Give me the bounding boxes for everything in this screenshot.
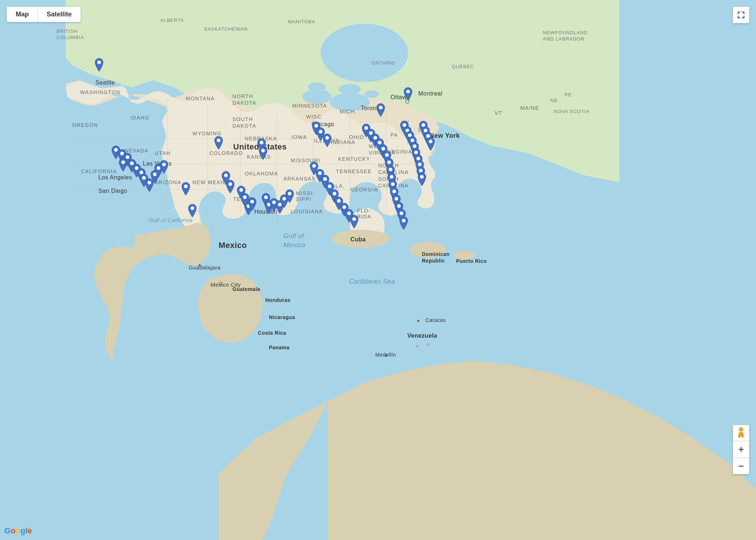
svg-point-2 xyxy=(302,89,332,104)
svg-point-20 xyxy=(427,343,430,346)
fullscreen-button[interactable] xyxy=(733,7,749,23)
svg-point-25 xyxy=(385,354,387,357)
svg-point-18 xyxy=(410,242,446,258)
pegman-icon xyxy=(736,427,746,440)
svg-point-6 xyxy=(321,24,408,82)
zoom-in-button[interactable]: + xyxy=(733,441,749,458)
map-type-control: Map Satellite xyxy=(7,7,81,22)
svg-point-26 xyxy=(417,320,419,322)
fullscreen-icon xyxy=(737,11,745,19)
map-background xyxy=(0,0,756,540)
map-container: United States Mexico ALBERTA BRITISHCOLU… xyxy=(0,0,756,540)
svg-point-100 xyxy=(739,427,743,432)
svg-point-1 xyxy=(330,93,370,111)
svg-point-21 xyxy=(416,345,419,348)
google-logo: Google xyxy=(4,526,32,536)
satellite-button[interactable]: Satellite xyxy=(38,7,81,22)
svg-point-5 xyxy=(364,90,379,98)
svg-point-24 xyxy=(199,264,201,267)
svg-point-19 xyxy=(454,251,475,260)
zoom-out-button[interactable]: − xyxy=(733,458,749,474)
zoom-controls: + − xyxy=(733,441,749,474)
map-button[interactable]: Map xyxy=(7,7,38,22)
svg-point-17 xyxy=(332,230,390,248)
svg-point-4 xyxy=(308,82,326,91)
pegman-button[interactable] xyxy=(733,425,749,442)
svg-point-3 xyxy=(339,84,361,95)
